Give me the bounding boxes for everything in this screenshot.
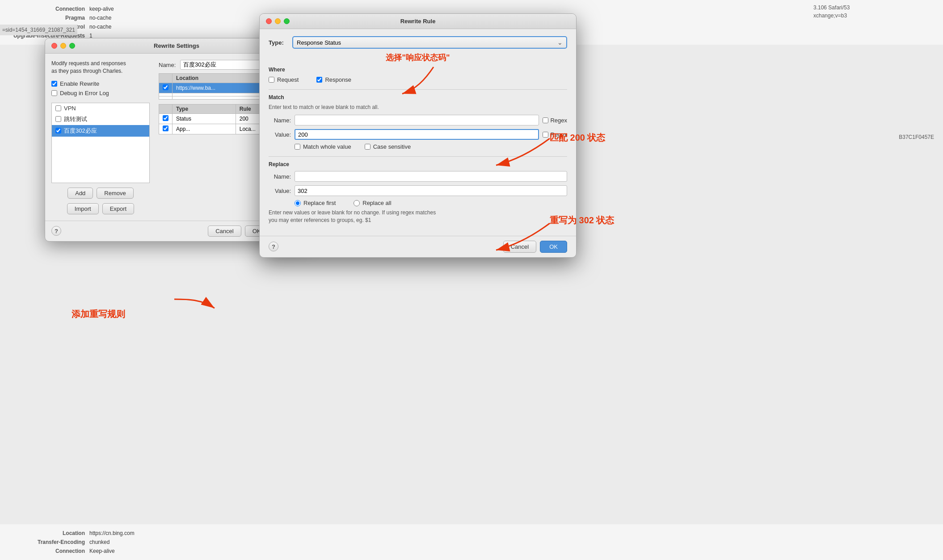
traffic-value: Keep-alive [89,548,115,554]
case-sensitive-checkbox[interactable] [365,144,370,150]
list-item-baidu-label: 百度302必应 [64,127,97,135]
export-button[interactable]: Export [102,203,135,214]
match-name-row: Name: Regex [269,115,567,125]
list-item-vpn-checkbox[interactable] [55,105,61,111]
case-sensitive-option[interactable]: Case sensitive [365,143,411,150]
rule-app-checkbox[interactable] [163,125,168,131]
where-checkboxes: Request Response [269,76,567,83]
traffic-bottom: Location https://cn.bing.com Transfer-En… [0,524,943,560]
traffic-label: Connection [9,548,89,554]
rules-col-checkbox [159,104,173,114]
traffic-value: keep-alive [89,6,114,12]
traffic-value: no-cache [89,24,111,30]
list-item-baidu[interactable]: 百度302必应 [52,125,149,137]
where-section: Where Request Response [269,67,567,83]
debug-log-label: Debug in Error Log [60,90,109,96]
list-btn-row: Add Remove [51,188,150,199]
replace-value-input[interactable] [295,185,567,196]
replace-first-option[interactable]: Replace first [295,200,336,206]
traffic-value: https://cn.bing.com [89,530,135,536]
rule-status-checkbox[interactable] [163,115,168,121]
close-button[interactable] [51,43,57,49]
where-request-label: Request [277,76,299,83]
list-item-jump[interactable]: 跳转测试 [52,113,149,125]
replace-name-label: Name: [269,173,291,180]
window-controls [51,43,75,49]
replace-all-label: Replace all [362,200,391,206]
traffic-value: chunked [89,539,109,545]
list-item-vpn-label: VPN [64,105,76,112]
where-request-checkbox[interactable] [269,77,274,83]
traffic-label: Location [9,530,89,536]
where-label: Where [269,67,567,73]
match-value-regex[interactable]: Regex [543,131,567,138]
match-value-input[interactable] [295,129,539,140]
rule-status-type: Status [173,114,236,124]
enable-rewrite-row[interactable]: Enable Rewrite [51,80,150,87]
replace-first-radio[interactable] [295,200,301,206]
rewrite-rule-dialog: Rewrite Rule Type: Response Status 选择"响应… [259,13,577,258]
dialog-titlebar: Rewrite Rule [260,14,576,29]
list-item-vpn[interactable]: VPN [52,103,149,113]
dialog-minimize-button[interactable] [275,18,281,24]
cancel-button[interactable]: Cancel [208,226,241,237]
where-response-checkbox[interactable] [316,77,322,83]
match-name-input[interactable] [295,115,539,125]
dialog-close-button[interactable] [266,18,272,24]
type-select-wrapper: Response Status [292,36,567,49]
where-response-label: Response [325,76,351,83]
location-checkbox-cell [159,83,173,93]
rewrite-list[interactable]: VPN 跳转测试 百度302必应 [51,103,150,183]
match-whole-option[interactable]: Match whole value [295,143,351,150]
help-button[interactable]: ? [51,226,61,236]
replace-all-option[interactable]: Replace all [354,200,391,206]
match-name-regex[interactable]: Regex [543,117,567,124]
import-button[interactable]: Import [67,203,99,214]
match-value-regex-checkbox[interactable] [543,132,548,138]
dialog-maximize-button[interactable] [284,18,290,24]
add-button[interactable]: Add [67,188,93,199]
replace-name-input[interactable] [295,171,567,182]
replace-value-row: Value: [269,185,567,196]
traffic-label: Transfer-Encoding [9,539,89,545]
where-response-item[interactable]: Response [316,76,351,83]
dialog-help-button[interactable]: ? [269,242,278,251]
match-description: Enter text to match or leave blank to ma… [269,104,567,110]
bg-right: 3.106 Safari/53 xchange;v=b3 [809,0,943,25]
replace-first-label: Replace first [303,200,336,206]
dialog-cancel-button[interactable]: Cancel [503,241,536,253]
dialog-ok-button[interactable]: OK [540,241,567,253]
dialog-footer: ? Cancel OK [260,236,576,257]
name-label: Name: [159,62,177,68]
list-item-baidu-checkbox[interactable] [55,128,61,134]
match-options-row: Match whole value Case sensitive [295,143,567,150]
debug-log-checkbox[interactable] [51,90,57,96]
rules-col-type: Type [173,104,236,114]
replace-value-label: Value: [269,188,291,194]
match-whole-label: Match whole value [303,143,351,150]
window-title: Rewrite Settings [154,42,199,49]
match-name-label: Name: [269,117,291,124]
case-sensitive-label: Case sensitive [373,143,411,150]
replace-label: Replace [269,161,567,167]
divider-1 [269,89,567,90]
divider-2 [269,156,567,157]
list-item-jump-checkbox[interactable] [55,116,61,122]
match-section: Match Enter text to match or leave blank… [269,94,567,150]
type-annotation: 选择"响应状态码" [269,52,567,63]
dialog-footer-buttons: Cancel OK [503,241,567,253]
replace-radio-row: Replace first Replace all [295,200,567,206]
replace-name-row: Name: [269,171,567,182]
where-request-item[interactable]: Request [269,76,299,83]
debug-log-row[interactable]: Debug in Error Log [51,90,150,96]
match-value-label: Value: [269,131,291,138]
type-select[interactable]: Response Status [292,36,567,49]
maximize-button[interactable] [69,43,75,49]
remove-button[interactable]: Remove [97,188,133,199]
minimize-button[interactable] [60,43,66,49]
traffic-value: no-cache [89,15,111,21]
replace-all-radio[interactable] [354,200,360,206]
match-name-regex-checkbox[interactable] [543,117,548,123]
enable-rewrite-checkbox[interactable] [51,81,57,87]
match-whole-checkbox[interactable] [295,144,300,150]
